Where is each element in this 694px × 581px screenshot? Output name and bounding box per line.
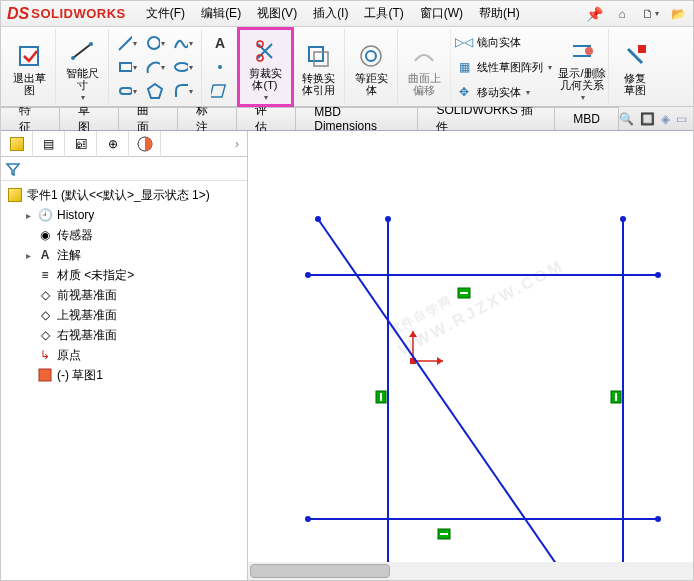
property-tab[interactable]: ▤ — [33, 131, 65, 157]
tree-history[interactable]: ▸🕘History — [3, 205, 245, 225]
expand-icon[interactable]: ▸ — [23, 250, 33, 261]
horizontal-scrollbar[interactable] — [248, 562, 693, 580]
text-tool-icon[interactable]: A — [210, 33, 230, 53]
repair-sketch-button[interactable]: 修复 草图 — [613, 38, 657, 96]
exit-sketch-button[interactable]: 退出草 图 — [7, 38, 51, 96]
ellipse-tool-icon[interactable]: ▾ — [173, 57, 193, 77]
home-icon[interactable]: ⌂ — [613, 5, 631, 23]
polygon-tool-icon[interactable] — [145, 81, 165, 101]
linear-pattern-button[interactable]: ▦线性草图阵列▾ — [455, 56, 552, 78]
panel-tabs: ▤ 🗟 ⊕ › — [1, 131, 247, 157]
expand-icon[interactable]: ▸ — [23, 210, 33, 221]
tree-annotations[interactable]: ▸A注解 — [3, 245, 245, 265]
rectangle-tool-icon[interactable]: ▾ — [117, 57, 137, 77]
tab-features[interactable]: 特征 — [1, 107, 60, 130]
tree-root[interactable]: 零件1 (默认<<默认>_显示状态 1>) — [3, 185, 245, 205]
sketch-icon — [37, 367, 53, 383]
chevron-down-icon[interactable]: ▾ — [264, 93, 268, 102]
sketch-lines[interactable] — [308, 219, 658, 580]
open-icon[interactable]: 📂 — [669, 5, 687, 23]
tree-material[interactable]: ≡材质 <未指定> — [3, 265, 245, 285]
scrollbar-thumb[interactable] — [250, 564, 390, 578]
ribbon-surface-group: 曲面上 偏移 — [398, 29, 451, 105]
zoom-fit-icon[interactable]: 🔲 — [640, 112, 655, 126]
plane-icon: ◇ — [37, 307, 53, 323]
ribbon-offset-group: 等距实 体 — [345, 29, 398, 105]
tree-right-plane[interactable]: ◇右视基准面 — [3, 325, 245, 345]
svg-line-28 — [318, 219, 568, 580]
smart-dimension-button[interactable]: 智能尺 寸 ▾ — [60, 33, 104, 102]
plane-tool-icon[interactable] — [210, 81, 230, 101]
sketch-points[interactable] — [305, 216, 661, 580]
mirror-button[interactable]: ▷◁镜向实体 — [455, 31, 552, 53]
trim-entities-button[interactable]: 剪裁实 体(T) ▾ — [243, 33, 287, 102]
point-tool-icon[interactable] — [210, 57, 230, 77]
display-tab[interactable] — [129, 131, 161, 157]
menu-insert[interactable]: 插入(I) — [307, 3, 354, 24]
chevron-down-icon[interactable]: ▾ — [526, 88, 530, 97]
tab-mbd[interactable]: MBD — [555, 107, 619, 130]
search-icon[interactable]: 🔍 — [619, 112, 634, 126]
svg-point-39 — [655, 516, 661, 522]
ribbon-repair-group: 修复 草图 — [609, 29, 661, 105]
menu-window[interactable]: 窗口(W) — [414, 3, 469, 24]
tree-sketch1[interactable]: (-) 草图1 — [3, 365, 245, 385]
svg-rect-14 — [314, 52, 328, 66]
display-relations-button[interactable]: 显示/删除 几何关系 ▾ — [560, 33, 604, 102]
line-tool-icon[interactable]: ▾ — [117, 33, 137, 53]
tree-filter[interactable] — [1, 157, 247, 181]
feature-tree-tab[interactable] — [1, 131, 33, 157]
tab-surface[interactable]: 曲面 — [119, 107, 178, 130]
view-orient-icon[interactable]: ◈ — [661, 112, 670, 126]
svg-point-9 — [218, 65, 222, 69]
dimxpert-tab[interactable]: ⊕ — [97, 131, 129, 157]
spline-tool-icon[interactable]: ▾ — [173, 33, 193, 53]
main-menu: 文件(F) 编辑(E) 视图(V) 插入(I) 工具(T) 窗口(W) 帮助(H… — [140, 3, 526, 24]
circle-tool-icon[interactable]: ▾ — [145, 33, 165, 53]
pin-icon[interactable]: 📌 — [586, 6, 603, 22]
titlebar: DS SOLIDWORKS 文件(F) 编辑(E) 视图(V) 插入(I) 工具… — [1, 1, 693, 27]
plane-icon: ◇ — [37, 327, 53, 343]
config-tab[interactable]: 🗟 — [65, 131, 97, 157]
display-style-icon[interactable]: ▭ — [676, 112, 687, 126]
new-doc-icon[interactable]: 🗋▾ — [641, 5, 659, 23]
tab-sketch[interactable]: 草图 — [60, 107, 119, 130]
chevron-down-icon[interactable]: ▾ — [581, 93, 585, 102]
menu-edit[interactable]: 编辑(E) — [195, 3, 247, 24]
tab-mbd-dim[interactable]: MBD Dimensions — [296, 107, 418, 130]
ribbon-dim-group: 智能尺 寸 ▾ — [56, 29, 109, 105]
svg-point-16 — [361, 46, 381, 66]
feature-manager-panel: ▤ 🗟 ⊕ › 零件1 (默认<<默认>_显示状态 1>) ▸🕘History … — [1, 131, 248, 580]
offset-icon — [357, 42, 385, 70]
view-toolbar: 🔍 🔲 ◈ ▭ — [619, 107, 693, 130]
logo-ds: DS — [7, 5, 29, 23]
tree-front-plane[interactable]: ◇前视基准面 — [3, 285, 245, 305]
arc-tool-icon[interactable]: ▾ — [145, 57, 165, 77]
svg-point-36 — [305, 272, 311, 278]
cube-icon — [10, 137, 24, 151]
tab-annotate[interactable]: 标注 — [178, 107, 237, 130]
chevron-down-icon[interactable]: ▾ — [548, 63, 552, 72]
graphics-area[interactable]: 软件自学网 WWW.RJZXW.COM — [248, 131, 693, 580]
tree-top-plane[interactable]: ◇上视基准面 — [3, 305, 245, 325]
menu-file[interactable]: 文件(F) — [140, 3, 191, 24]
offset-entities-button[interactable]: 等距实 体 — [349, 38, 393, 96]
menu-view[interactable]: 视图(V) — [251, 3, 303, 24]
logo-solidworks: SOLIDWORKS — [31, 6, 126, 21]
menu-tools[interactable]: 工具(T) — [358, 3, 409, 24]
fillet-tool-icon[interactable]: ▾ — [173, 81, 193, 101]
convert-entities-button[interactable]: 转换实 体引用 — [296, 38, 340, 96]
mirror-icon: ▷◁ — [455, 33, 473, 51]
relation-markers[interactable] — [376, 288, 621, 539]
menu-help[interactable]: 帮助(H) — [473, 3, 526, 24]
chevron-down-icon[interactable]: ▾ — [81, 93, 85, 102]
move-entities-button[interactable]: ✥移动实体▾ — [455, 81, 552, 103]
tab-sw-addins[interactable]: SOLIDWORKS 插件 — [418, 107, 555, 130]
tab-evaluate[interactable]: 评估 — [237, 107, 296, 130]
tree-sensors[interactable]: ◉传感器 — [3, 225, 245, 245]
repair-label: 修复 草图 — [624, 72, 646, 96]
panel-expand-icon[interactable]: › — [227, 131, 247, 157]
tree-origin[interactable]: ↳原点 — [3, 345, 245, 365]
slot-tool-icon[interactable]: ▾ — [117, 81, 137, 101]
svg-point-33 — [315, 216, 321, 222]
